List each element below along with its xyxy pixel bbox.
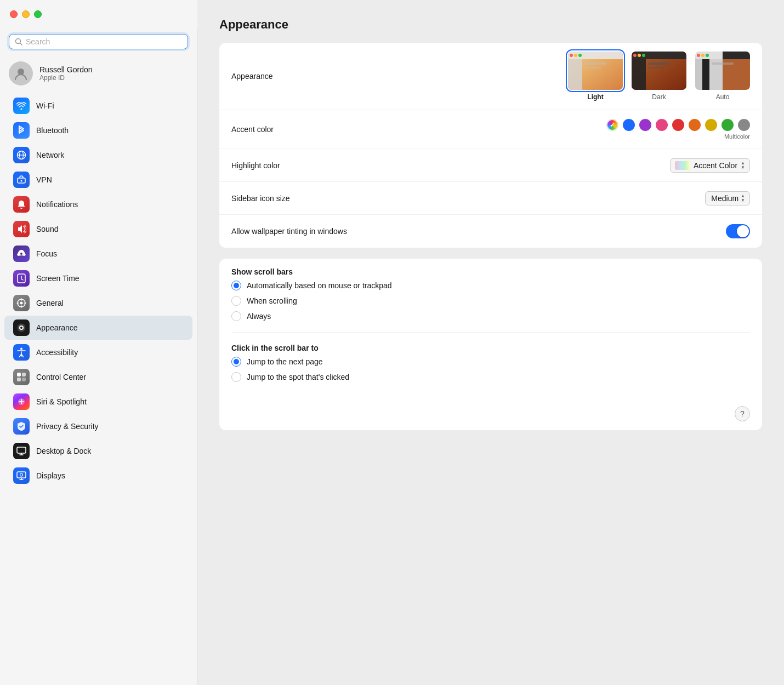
sidebar-item-general[interactable]: General: [4, 291, 192, 315]
wallpaper-tinting-row: Allow wallpaper tinting in windows: [219, 215, 762, 248]
sidebar-item-label: Network: [36, 151, 64, 159]
accent-orange[interactable]: [689, 119, 701, 131]
sidebar-item-privacy[interactable]: Privacy & Security: [4, 414, 192, 438]
svg-point-18: [20, 327, 22, 329]
user-name: Russell Gordon: [39, 65, 93, 74]
accent-purple[interactable]: [639, 119, 651, 131]
accent-yellow[interactable]: [705, 119, 717, 131]
sidebar-item-label: Accessibility: [36, 348, 78, 357]
bluetooth-icon: [13, 122, 30, 139]
sidebar-icon-size-control: Medium ▲ ▼: [341, 191, 750, 206]
minimize-button[interactable]: [22, 10, 30, 18]
accent-pink[interactable]: [656, 119, 668, 131]
svg-point-39: [574, 54, 577, 57]
svg-rect-47: [632, 59, 646, 90]
nav-section: Wi-Fi Bluetooth Network: [0, 92, 197, 489]
focus-icon: [13, 246, 30, 262]
sidebar-item-label: Notifications: [36, 200, 78, 209]
accent-green[interactable]: [721, 119, 734, 131]
svg-rect-41: [584, 62, 606, 65]
maximize-button[interactable]: [34, 10, 42, 18]
appearance-icon: [13, 319, 30, 336]
svg-point-19: [20, 348, 22, 350]
svg-point-60: [701, 54, 705, 57]
user-profile[interactable]: Russell Gordon Apple ID: [0, 57, 197, 92]
sidebar-item-accessibility[interactable]: Accessibility: [4, 340, 192, 364]
sidebar-item-appearance[interactable]: Appearance: [4, 316, 192, 340]
appearance-option-light[interactable]: Light: [568, 52, 623, 101]
svg-point-49: [633, 54, 637, 57]
sidebar-item-bluetooth[interactable]: Bluetooth: [4, 118, 192, 142]
sidebar-item-siri[interactable]: Siri & Spotlight: [4, 390, 192, 414]
scroll-auto-option[interactable]: Automatically based on mouse or trackpad: [231, 281, 750, 290]
highlight-color-dropdown[interactable]: Accent Color ▲ ▼: [670, 158, 750, 173]
sound-icon: [13, 221, 30, 237]
svg-point-11: [20, 302, 23, 305]
click-next-page-option[interactable]: Jump to the next page: [231, 357, 750, 367]
sidebar-item-label: Focus: [36, 249, 57, 258]
click-next-page-radio[interactable]: [231, 357, 241, 367]
scroll-auto-radio[interactable]: [231, 281, 241, 290]
avatar: [9, 61, 33, 85]
click-spot-option[interactable]: Jump to the spot that's clicked: [231, 372, 750, 382]
sidebar-item-screentime[interactable]: Screen Time: [4, 266, 192, 290]
accent-selected-label: Multicolor: [724, 133, 750, 140]
sidebar-item-displays[interactable]: Displays: [4, 464, 192, 488]
accent-graphite[interactable]: [738, 119, 750, 131]
scroll-scrolling-option[interactable]: When scrolling: [231, 296, 750, 306]
sidebar-item-label: Appearance: [36, 323, 78, 332]
sidebar-item-controlcenter[interactable]: Control Center: [4, 365, 192, 389]
svg-rect-20: [17, 373, 21, 376]
sidebar-item-vpn[interactable]: VPN: [4, 168, 192, 192]
accent-red[interactable]: [672, 119, 684, 131]
search-input[interactable]: [26, 37, 182, 46]
scroll-bars-radio-group: Automatically based on mouse or trackpad…: [219, 281, 762, 330]
scroll-always-label: Always: [247, 312, 271, 321]
appearance-card: Appearance: [219, 43, 762, 248]
scroll-always-radio[interactable]: [231, 311, 241, 321]
sidebar-item-sound[interactable]: Sound: [4, 217, 192, 241]
svg-rect-28: [17, 472, 26, 478]
sidebar-icon-size-value: Medium: [711, 194, 738, 203]
sidebar-item-label: Siri & Spotlight: [36, 397, 87, 406]
appearance-option-label-auto: Auto: [716, 93, 730, 101]
close-button[interactable]: [10, 10, 18, 18]
sidebar-item-notifications[interactable]: Notifications: [4, 192, 192, 216]
accent-blue[interactable]: [623, 119, 635, 131]
highlight-swatch: [675, 161, 690, 170]
sidebar-item-network[interactable]: Network: [4, 143, 192, 167]
help-button[interactable]: ?: [735, 406, 750, 421]
scroll-bars-card: Show scroll bars Automatically based on …: [219, 259, 762, 430]
svg-point-7: [21, 180, 22, 182]
wifi-icon: [13, 98, 30, 114]
controlcenter-icon: [13, 369, 30, 385]
desktop-icon: [13, 443, 30, 459]
dropdown-arrows-size: ▲ ▼: [741, 194, 745, 203]
accent-multicolor[interactable]: [606, 119, 618, 131]
accessibility-icon: [13, 344, 30, 361]
sidebar-item-wifi[interactable]: Wi-Fi: [4, 94, 192, 118]
sidebar-icon-size-dropdown[interactable]: Medium ▲ ▼: [705, 191, 750, 206]
scroll-scrolling-radio[interactable]: [231, 296, 241, 306]
sidebar-item-desktop[interactable]: Desktop & Dock: [4, 439, 192, 463]
displays-icon: [13, 467, 30, 484]
svg-point-29: [20, 473, 23, 476]
svg-point-8: [20, 253, 22, 255]
appearance-option-dark[interactable]: Dark: [632, 52, 686, 101]
sidebar-item-focus[interactable]: Focus: [4, 242, 192, 266]
appearance-option-auto[interactable]: Auto: [695, 52, 750, 101]
svg-point-40: [578, 54, 582, 57]
sidebar-item-label: Displays: [36, 471, 65, 480]
click-spot-radio[interactable]: [231, 372, 241, 382]
svg-rect-25: [17, 447, 26, 453]
scroll-always-option[interactable]: Always: [231, 311, 750, 321]
click-next-page-label: Jump to the next page: [247, 357, 323, 366]
appearance-thumb-auto: [695, 52, 750, 90]
highlight-color-control: Accent Color ▲ ▼: [341, 158, 750, 173]
appearance-label: Appearance: [231, 72, 341, 81]
search-container: [0, 28, 197, 57]
search-box[interactable]: [9, 34, 188, 49]
scroll-scrolling-label: When scrolling: [247, 296, 297, 305]
wallpaper-tinting-toggle[interactable]: [726, 224, 750, 238]
user-subtitle: Apple ID: [39, 74, 93, 82]
